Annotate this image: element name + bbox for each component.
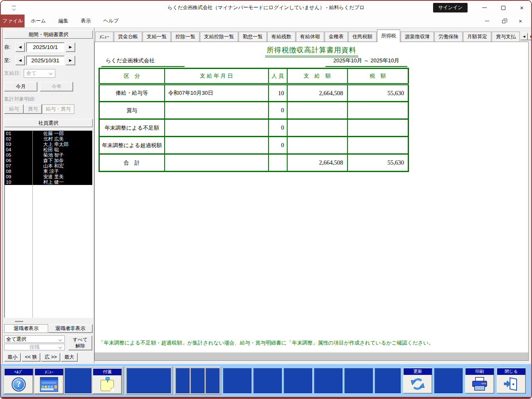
tab-scroll-right-button[interactable]: ▶ [528, 33, 532, 40]
report-cell [347, 102, 409, 119]
child-close-button[interactable]: × [512, 16, 529, 27]
employee-row[interactable]: 04松田 聡 [5, 147, 92, 153]
employee-code: 03 [5, 142, 32, 147]
employee-listbox[interactable]: 01佐藤 一郎02北村 広美03大上 幸太郎04松田 聡05菊池 智子06森下 … [4, 131, 93, 318]
print-button[interactable]: 印刷 [465, 368, 494, 394]
clear-all-button[interactable]: すべて 解除 [68, 335, 92, 350]
date-from-prev-button[interactable]: ◀ [15, 42, 25, 52]
tab-item[interactable]: 賞与支払 [492, 32, 520, 42]
size-wide-button[interactable]: 広 >> [41, 353, 60, 362]
tab-item[interactable]: 支給一覧 [143, 32, 171, 42]
tab-item[interactable]: 勤怠一覧 [239, 32, 267, 42]
hide-retired-button[interactable]: 退職者非表示 [48, 324, 93, 333]
report-cell: 55,630 [347, 154, 409, 172]
menu-edit[interactable]: 編集 [52, 15, 75, 27]
tab-item[interactable]: 源泉徴収簿 [401, 32, 434, 42]
report-cell: 年末調整による超過税額 [99, 137, 165, 154]
tab-item[interactable]: 金種表 [325, 32, 348, 42]
report-area: 所得税徴収高計算書用資料 らくだ企画株式会社 2025年10月 ～ 2025年1… [95, 42, 528, 352]
date-to-next-button[interactable]: ▶ [66, 56, 75, 65]
close-window-button[interactable]: × [512, 2, 531, 14]
print-button-label: 印刷 [466, 368, 494, 375]
report-company: らくだ企画株式会社 [101, 57, 185, 67]
exit-door-icon [503, 377, 519, 392]
tab-item[interactable]: ﾒﾆｭｰ [95, 32, 113, 42]
menu-button[interactable]: ﾒﾆｭｰ [34, 368, 64, 394]
show-retired-button[interactable]: 退職者表示 [4, 324, 48, 333]
report-cell [165, 102, 268, 119]
tab-item[interactable]: 所得税 [377, 30, 400, 42]
report-cell: 俸給・給与等 [99, 84, 165, 102]
employee-select-header: 社員選択 [4, 119, 93, 127]
this-year-button[interactable]: 今年 [40, 82, 73, 91]
horizontal-scrollbar[interactable] [95, 352, 528, 360]
date-to-field[interactable]: 2025/10/31 [26, 56, 64, 65]
sticky-note-button[interactable]: 付箋 [93, 368, 122, 394]
payday-label: 支給日: [4, 70, 20, 77]
employee-row[interactable]: 07山本 和宏 [5, 163, 92, 169]
employee-row[interactable]: 06森下 加奈 [5, 158, 92, 163]
tab-scroll-left-button[interactable]: ◀ [520, 33, 528, 40]
size-max-button[interactable]: 最大 [61, 353, 78, 362]
report-cell: 0 [268, 119, 287, 137]
menu-help[interactable]: ヘルプ [97, 15, 125, 27]
tab-item[interactable]: 控除一覧 [171, 32, 200, 42]
menu-button-label: ﾒﾆｭｰ [35, 369, 63, 375]
tab-item[interactable]: 有給残数 [267, 32, 296, 42]
employee-row[interactable]: 05菊池 智子 [5, 153, 92, 158]
refresh-button[interactable]: 更新 [403, 368, 432, 394]
tab-item[interactable]: 労働保険 [434, 32, 463, 42]
select-all-dropdown[interactable]: 全て選択 [4, 335, 65, 343]
target-bonus-button[interactable]: 賞与 [24, 104, 42, 114]
employee-row[interactable]: 08東 涼子 [5, 169, 92, 174]
tab-item[interactable]: 住民税額 [348, 32, 377, 42]
employee-row[interactable]: 02北村 広美 [5, 136, 92, 142]
this-month-button[interactable]: 今月 [4, 82, 37, 91]
tab-item[interactable]: 支給控除一覧 [200, 32, 238, 42]
date-from-field[interactable]: 2025/10/1 [26, 42, 64, 52]
chevron-down-icon [49, 71, 52, 74]
sticky-note-button-label: 付箋 [93, 369, 121, 375]
employee-row[interactable]: 01佐藤 一郎 [5, 131, 92, 136]
child-minimize-button[interactable] [479, 16, 495, 27]
report-row: 賞与0 [99, 102, 409, 119]
toolbar-empty-slot [314, 368, 342, 393]
report-period: 2025年10月 ～ 2025年10月 [325, 57, 407, 67]
payday-dropdown[interactable]: 全て [24, 69, 55, 78]
report-cell: 0 [268, 137, 287, 154]
menu-file[interactable]: ファイル [1, 15, 25, 27]
employee-name: 菊池 智子 [32, 153, 64, 158]
employee-row[interactable]: 09安達 里美 [5, 174, 92, 180]
employee-row[interactable]: 03大上 幸太郎 [5, 142, 92, 147]
signin-button[interactable]: サインイン [433, 3, 468, 12]
target-salary-bonus-button[interactable]: 給与・賞与 [42, 104, 74, 114]
date-to-prev-button[interactable]: ◀ [15, 56, 25, 65]
report-cell [347, 137, 409, 154]
list-splitter-handle[interactable] [15, 321, 23, 322]
report-cell [165, 119, 268, 137]
child-restore-button[interactable] [495, 16, 512, 27]
tab-item[interactable]: 月額算定 [463, 32, 491, 42]
date-from-next-button[interactable]: ▶ [66, 42, 75, 52]
minimize-button[interactable] [475, 2, 494, 14]
maximize-button[interactable] [494, 2, 512, 14]
help-button[interactable]: ﾍﾙﾌﾟ ? [4, 368, 33, 394]
menu-home[interactable]: ホーム [25, 15, 52, 27]
close-screen-button[interactable]: 閉じる [497, 368, 526, 394]
target-detail-label: 集計対象明細: [4, 96, 93, 103]
employee-code: 08 [5, 169, 32, 174]
employee-row[interactable]: 10村上 健一 [5, 180, 92, 185]
target-salary-button[interactable]: 給与 [4, 104, 24, 114]
report-cell: 0 [268, 102, 287, 119]
report-cell [165, 137, 268, 154]
sticky-note-icon [101, 380, 114, 391]
tab-item[interactable]: 有給休暇 [296, 32, 324, 42]
employee-name: 森下 加奈 [32, 158, 64, 163]
title-bar: らくだ企画株式会社（マイナンバーモードにログインしていません） - 給料らくだプ… [1, 1, 531, 15]
size-min-button[interactable]: 最小 [4, 353, 21, 362]
report-title: 所得税徴収高計算書用資料 [95, 45, 528, 57]
size-narrow-button[interactable]: << 狭 [22, 353, 40, 362]
tab-item[interactable]: 賃金台帳 [114, 32, 142, 42]
menu-view[interactable]: 表示 [75, 15, 97, 27]
position-dropdown[interactable]: 役職 [4, 344, 65, 350]
